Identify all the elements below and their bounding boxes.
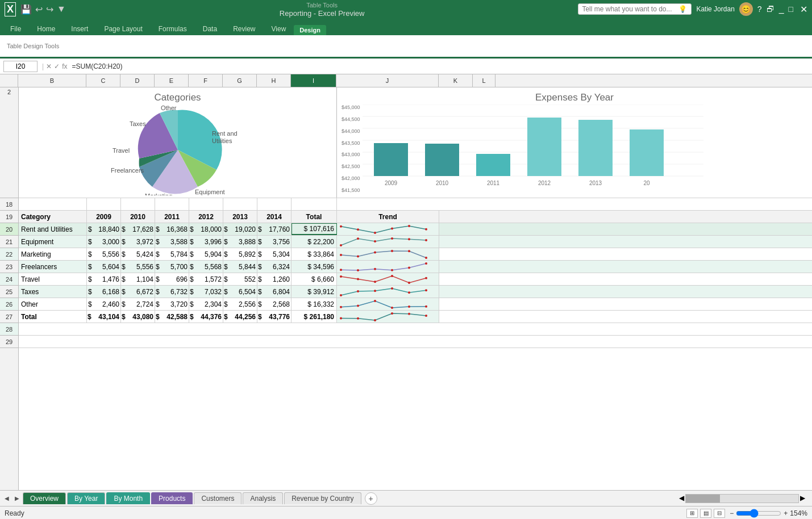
cell-2014[interactable]: 3,756 [265, 236, 292, 248]
scrollbar-area[interactable]: ◀ ▶ [679, 494, 805, 503]
tab-design[interactable]: Design [294, 25, 326, 35]
cell-total[interactable]: $ 22,200 [292, 236, 337, 248]
cell-2009[interactable]: 2,460 [104, 298, 121, 310]
cell-category[interactable]: Travel [19, 273, 87, 285]
cell-2010[interactable]: 1,104 [129, 273, 155, 285]
save-icon[interactable]: 💾 [20, 4, 32, 15]
cell-2009[interactable]: 18,840 [104, 223, 121, 235]
col-header-g[interactable]: G [223, 74, 257, 87]
table-row[interactable]: Equipment $ 3,000 $ 3,972 $ 3,588 $ 3,99… [19, 236, 812, 248]
cell-2013[interactable]: 6,504 [231, 286, 257, 298]
tab-page-layout[interactable]: Page Layout [96, 23, 150, 35]
col-header-e[interactable]: E [155, 74, 189, 87]
zoom-out-button[interactable]: − [730, 509, 734, 517]
cell-2013[interactable]: 19,020 [231, 223, 257, 235]
cell-2011[interactable]: 5,700 [163, 261, 189, 273]
search-box[interactable]: 💡 [578, 3, 692, 15]
cancel-formula-icon[interactable]: ✕ [46, 62, 52, 70]
cell-2011[interactable]: 3,720 [163, 298, 189, 310]
close-icon[interactable]: ✕ [800, 4, 807, 15]
cell-2012[interactable]: 1,572 [197, 273, 223, 285]
cell-2011[interactable]: 16,368 [163, 223, 189, 235]
row-header-19[interactable]: 19 [0, 211, 18, 223]
tab-data[interactable]: Data [195, 23, 225, 35]
cell-2012[interactable]: 2,304 [197, 298, 223, 310]
confirm-formula-icon[interactable]: ✓ [54, 62, 60, 70]
cell-2010[interactable]: 3,972 [129, 236, 155, 248]
col-header-d[interactable]: D [120, 74, 155, 87]
cell-2014[interactable]: 5,304 [265, 248, 292, 260]
table-row[interactable]: Rent and Utilities $ 18,840 $ 17,628 $ 1… [19, 223, 812, 236]
cell-2010[interactable]: 5,556 [129, 261, 155, 273]
formula-input[interactable] [69, 61, 809, 72]
cell-category[interactable]: Other [19, 298, 87, 310]
row-header-29[interactable]: 29 [0, 336, 18, 348]
tab-by-month[interactable]: By Month [106, 492, 150, 504]
tab-by-year[interactable]: By Year [67, 492, 105, 504]
sheet-scrollbar[interactable] [685, 494, 799, 503]
cell-2009[interactable]: 5,556 [104, 248, 121, 260]
cell-2009[interactable]: 6,168 [104, 286, 121, 298]
cell-2011[interactable]: 5,784 [163, 248, 189, 260]
tab-formulas[interactable]: Formulas [151, 23, 195, 35]
zoom-in-button[interactable]: + [784, 509, 788, 517]
table-row[interactable]: Marketing $ 5,556 $ 5,424 $ 5,784 $ 5,90… [19, 248, 812, 261]
table-row[interactable]: Other $ 2,460 $ 2,724 $ 3,720 $ 2,304 $ … [19, 298, 812, 311]
quick-access-toolbar[interactable]: 💾 ↩ ↪ ▼ [20, 4, 66, 15]
row-header-25[interactable]: 25 [0, 286, 18, 298]
cell-2013[interactable]: 2,556 [231, 298, 257, 310]
scrollbar-thumb[interactable] [686, 495, 720, 503]
table-row[interactable]: Freelancers $ 5,604 $ 5,556 $ 5,700 $ 5,… [19, 261, 812, 273]
cell-2010[interactable]: 17,628 [129, 223, 155, 235]
tab-overview[interactable]: Overview [23, 492, 66, 504]
tab-home[interactable]: Home [29, 23, 63, 35]
undo-icon[interactable]: ↩ [35, 4, 43, 15]
cell-2013[interactable]: 5,844 [231, 261, 257, 273]
cell-category[interactable]: Freelancers [19, 261, 87, 273]
cell-total[interactable]: $ 34,596 [292, 261, 337, 273]
cell-total[interactable]: $ 33,864 [292, 248, 337, 260]
tab-file[interactable]: File [2, 23, 29, 35]
sheet-scroll-left[interactable]: ◀ [679, 494, 684, 503]
tab-scroll-left[interactable]: ◀ [2, 494, 11, 503]
cell-2011[interactable]: 696 [163, 273, 189, 285]
cell-2014[interactable]: 6,804 [265, 286, 292, 298]
col-header-k[interactable]: K [439, 74, 473, 87]
cell-2014[interactable]: 1,260 [265, 273, 292, 285]
col-header-f[interactable]: F [189, 74, 223, 87]
cell-2014[interactable]: 2,568 [265, 298, 292, 310]
cell-2014[interactable]: 17,760 [265, 223, 292, 235]
cell-2009[interactable]: 5,604 [104, 261, 121, 273]
redo-icon[interactable]: ↪ [46, 4, 53, 15]
col-header-c[interactable]: C [86, 74, 120, 87]
sheet-scroll-right[interactable]: ▶ [800, 494, 805, 503]
page-layout-button[interactable]: ▤ [700, 509, 711, 518]
cell-2011[interactable]: 3,588 [163, 236, 189, 248]
tab-customers[interactable]: Customers [194, 492, 241, 504]
search-input[interactable] [582, 5, 678, 13]
cell-2009[interactable]: 1,476 [104, 273, 121, 285]
col-header-l[interactable]: L [473, 74, 495, 87]
cell-2012[interactable]: 5,904 [197, 248, 223, 260]
minimize-icon[interactable]: _ [779, 4, 784, 14]
cell-2009[interactable]: 3,000 [104, 236, 121, 248]
row-header-23[interactable]: 23 [0, 261, 18, 273]
cell-2013[interactable]: 5,892 [231, 248, 257, 260]
cell-2012[interactable]: 5,568 [197, 261, 223, 273]
col-header-i[interactable]: I [291, 74, 336, 87]
cell-2012[interactable]: 18,000 [197, 223, 223, 235]
tab-revenue-by-country[interactable]: Revenue by Country [284, 492, 361, 504]
cell-2011[interactable]: 6,732 [163, 286, 189, 298]
row-header-28[interactable]: 28 [0, 323, 18, 336]
col-header-h[interactable]: H [257, 74, 291, 87]
cell-category[interactable]: Taxes [19, 286, 87, 298]
row-header-26[interactable]: 26 [0, 298, 18, 311]
cell-reference-box[interactable] [3, 61, 38, 72]
cell-2010[interactable]: 2,724 [129, 298, 155, 310]
customize-icon[interactable]: ▼ [57, 4, 66, 15]
cell-2010[interactable]: 6,672 [129, 286, 155, 298]
cell-2012[interactable]: 7,032 [197, 286, 223, 298]
restore-icon[interactable]: 🗗 [767, 5, 774, 14]
cell-2013[interactable]: 3,888 [231, 236, 257, 248]
insert-function-icon[interactable]: fx [62, 62, 67, 70]
